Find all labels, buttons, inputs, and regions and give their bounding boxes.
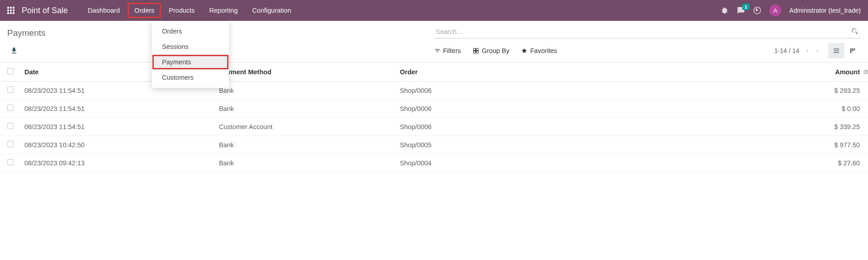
pager-next-icon[interactable] <box>815 48 821 54</box>
header-method[interactable]: Payment Method <box>214 63 395 82</box>
nav-item-dashboard[interactable]: Dashboard <box>81 3 126 18</box>
select-all-checkbox[interactable] <box>7 68 14 74</box>
cell-amount: $ 293.25 <box>640 82 868 100</box>
pager: 1-14 / 14 <box>774 47 821 54</box>
app-brand[interactable]: Point of Sale <box>22 6 68 15</box>
row-checkbox[interactable] <box>7 87 14 93</box>
data-table: Date Payment Method Order Amount 08/23/2… <box>0 63 868 172</box>
cell-order: Shop/0006 <box>395 100 640 118</box>
favorites-button[interactable]: Favorites <box>521 47 557 54</box>
nav-item-products[interactable]: Products <box>162 3 201 18</box>
nav-item-reporting[interactable]: Reporting <box>203 3 244 18</box>
nav-item-configuration[interactable]: Configuration <box>246 3 297 18</box>
cell-order: Shop/0006 <box>395 82 640 100</box>
username[interactable]: Administrator (test_trade) <box>789 7 861 14</box>
message-badge: 1 <box>742 4 749 10</box>
nav-menu: DashboardOrdersProductsReportingConfigur… <box>81 3 298 18</box>
cell-amount: $ 0.00 <box>640 100 868 118</box>
dropdown-item-sessions[interactable]: Sessions <box>152 39 229 54</box>
search-input[interactable] <box>434 25 861 39</box>
navbar: Point of Sale DashboardOrdersProductsRep… <box>0 0 868 21</box>
dropdown-item-customers[interactable]: Customers <box>152 70 229 85</box>
column-settings-icon[interactable] <box>863 69 868 75</box>
cell-method: Bank <box>214 136 395 154</box>
header-order[interactable]: Order <box>395 63 640 82</box>
cell-amount: $ 27.60 <box>640 154 868 172</box>
dropdown-item-orders[interactable]: Orders <box>152 24 229 39</box>
dropdown-item-payments[interactable]: Payments <box>152 54 229 70</box>
cell-method: Bank <box>214 154 395 172</box>
export-icon[interactable] <box>10 47 18 55</box>
cell-amount: $ 339.25 <box>640 118 868 136</box>
list-view-button[interactable] <box>828 43 844 58</box>
orders-dropdown: OrdersSessionsPaymentsCustomers <box>152 21 229 88</box>
cell-order: Shop/0005 <box>395 136 640 154</box>
cell-order: Shop/0006 <box>395 118 640 136</box>
header-amount[interactable]: Amount <box>835 68 860 76</box>
table-row[interactable]: 08/23/2023 11:54:51Customer AccountShop/… <box>0 118 868 136</box>
cell-date: 08/23/2023 10:42:50 <box>20 136 214 154</box>
row-checkbox[interactable] <box>7 123 14 129</box>
search-icon[interactable] <box>851 27 859 35</box>
cell-order: Shop/0004 <box>395 154 640 172</box>
cell-method: Bank <box>214 100 395 118</box>
table-row[interactable]: 08/23/2023 11:54:51BankShop/0006$ 0.00 <box>0 100 868 118</box>
apps-icon[interactable] <box>7 7 14 14</box>
messages-icon[interactable]: 1 <box>737 6 745 14</box>
table-row[interactable]: 08/23/2023 10:42:50BankShop/0005$ 977.50 <box>0 136 868 154</box>
filters-button[interactable]: Filters <box>434 47 461 54</box>
kanban-view-button[interactable] <box>844 43 861 58</box>
cell-method: Customer Account <box>214 118 395 136</box>
table-row[interactable]: 08/23/2023 11:54:51BankShop/0006$ 293.25 <box>0 82 868 100</box>
nav-right: 1 A Administrator (test_trade) <box>721 5 861 16</box>
row-checkbox[interactable] <box>7 141 14 147</box>
nav-item-orders[interactable]: Orders <box>128 3 161 18</box>
cell-date: 08/23/2023 11:54:51 <box>20 100 214 118</box>
control-panel: Payments Filters Group By Favorites <box>0 21 868 63</box>
groupby-label: Group By <box>482 47 509 54</box>
view-switcher <box>828 43 861 58</box>
row-checkbox[interactable] <box>7 105 14 111</box>
bug-icon[interactable] <box>721 6 729 14</box>
pager-prev-icon[interactable] <box>804 48 810 54</box>
cell-date: 08/23/2023 09:42:13 <box>20 154 214 172</box>
cell-date: 08/23/2023 11:54:51 <box>20 118 214 136</box>
groupby-button[interactable]: Group By <box>473 47 509 54</box>
table-row[interactable]: 08/23/2023 09:42:13BankShop/0004$ 27.60 <box>0 154 868 172</box>
filters-label: Filters <box>443 47 461 54</box>
activity-icon[interactable] <box>753 6 761 14</box>
cell-method: Bank <box>214 82 395 100</box>
cell-amount: $ 977.50 <box>640 136 868 154</box>
pager-text[interactable]: 1-14 / 14 <box>774 47 799 54</box>
favorites-label: Favorites <box>530 47 557 54</box>
avatar[interactable]: A <box>769 5 781 16</box>
row-checkbox[interactable] <box>7 159 14 165</box>
